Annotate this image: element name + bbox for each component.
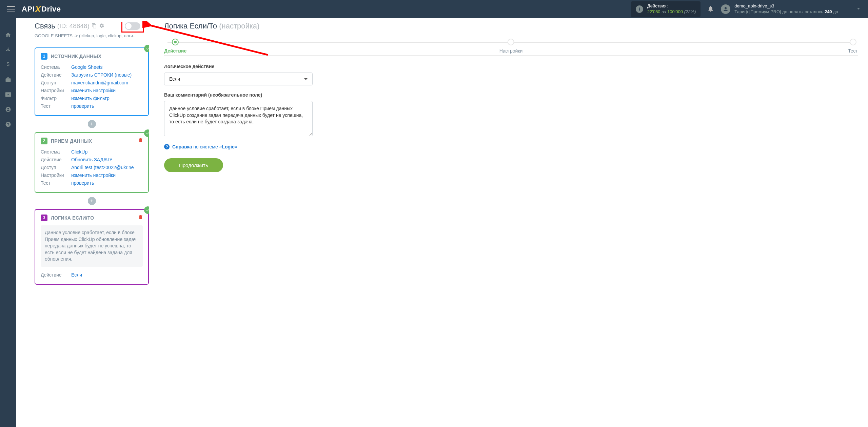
card-title: ЛОГИКА ЕСЛИ/ТО [51, 215, 94, 221]
help-icon: ? [164, 144, 170, 149]
step-action[interactable]: Действие [164, 39, 186, 54]
copy-icon[interactable] [92, 23, 97, 29]
tariff-days: 249 [825, 9, 832, 14]
card-source[interactable]: 1 ИСТОЧНИК ДАННЫХ СистемаGoogle Sheets Д… [35, 47, 149, 116]
tariff-suffix: дн [833, 9, 838, 14]
highlight-box [121, 22, 144, 33]
username: demo_apix-drive_s3 [734, 3, 838, 9]
tariff-prefix: Тариф |Премиум PRO| до оплаты осталось [734, 9, 823, 14]
actions-iz: из [662, 9, 666, 14]
card-title: ПРИЕМ ДАННЫХ [51, 138, 92, 144]
dest-access[interactable]: Andrii test (test20022@ukr.ne [71, 164, 134, 171]
source-action[interactable]: Загрузить СТРОКИ (новые) [71, 72, 132, 79]
logic-description: Данное условие сработает, если в блоке П… [41, 225, 143, 267]
stepper: Действие Настройки Тест [164, 39, 858, 56]
chevron-down-icon [856, 6, 861, 13]
comment-textarea[interactable] [164, 101, 313, 136]
dest-test[interactable]: проверить [71, 180, 94, 187]
dest-system[interactable]: ClickUp [71, 148, 87, 156]
dest-action[interactable]: Обновить ЗАДАЧУ [71, 156, 113, 163]
actions-used: 22'050 [647, 9, 660, 14]
notifications-icon[interactable] [707, 5, 714, 13]
info-icon: i [636, 5, 643, 13]
svg-point-2 [6, 50, 7, 51]
sidenav: ? [0, 18, 16, 427]
actions-pct: (22%) [684, 9, 696, 14]
main-title: Логика Если/То [164, 22, 217, 30]
nav-billing[interactable] [0, 58, 16, 71]
card-number: 3 [41, 215, 47, 221]
check-icon [144, 45, 149, 52]
breadcrumb: GOOGLE SHEETS -> (clickup, logic, clicku… [35, 33, 149, 42]
help-link[interactable]: ? Справка по системе «Logic» [164, 144, 858, 149]
check-icon [144, 129, 149, 137]
svg-point-1 [7, 47, 8, 48]
connection-title: Связь [35, 22, 55, 30]
logic-action-label: Логическое действие [164, 64, 313, 69]
card-destination[interactable]: 2 ПРИЕМ ДАННЫХ СистемаClickUp ДействиеОб… [35, 132, 149, 193]
actions-total: 100'000 [667, 9, 683, 14]
logic-action[interactable]: Если [71, 271, 82, 279]
svg-point-4 [7, 50, 8, 51]
source-filter[interactable]: изменить фильтр [71, 95, 110, 102]
nav-home[interactable] [0, 28, 16, 41]
actions-label: Действия: [647, 3, 696, 9]
nav-connections[interactable] [0, 43, 16, 56]
nav-help[interactable]: ? [0, 118, 16, 131]
trash-icon[interactable] [138, 138, 143, 144]
source-test[interactable]: проверить [71, 103, 94, 110]
connection-id: (ID: 48848) [57, 22, 90, 30]
card-logic[interactable]: 3 ЛОГИКА ЕСЛИ/ТО Данное условие сработае… [35, 209, 149, 285]
source-settings[interactable]: изменить настройки [71, 87, 116, 94]
comment-label: Ваш комментарий (необязательное поле) [164, 92, 313, 98]
svg-point-0 [725, 7, 727, 9]
left-panel: Связь (ID: 48848) GOOGLE SHEETS -> (clic… [16, 22, 149, 427]
step-settings[interactable]: Настройки [499, 39, 523, 54]
logo-text-a: API [22, 5, 35, 14]
gear-icon[interactable] [99, 23, 104, 29]
topbar: API X Drive i Действия: 22'050 из 100'00… [0, 0, 868, 18]
nav-account[interactable] [0, 103, 16, 116]
avatar-icon [721, 4, 730, 14]
source-access[interactable]: maverickandrii@gmail.com [71, 79, 128, 86]
continue-button[interactable]: Продолжить [164, 158, 223, 172]
nav-briefcase[interactable] [0, 73, 16, 86]
trash-icon[interactable] [138, 215, 143, 221]
check-icon [144, 206, 149, 214]
card-number: 1 [41, 53, 47, 60]
source-system[interactable]: Google Sheets [71, 64, 103, 71]
card-number: 2 [41, 138, 47, 144]
dest-settings[interactable]: изменить настройки [71, 172, 116, 179]
main-subtitle: (настройка) [219, 22, 259, 30]
menu-toggle[interactable] [7, 6, 15, 12]
step-test[interactable]: Тест [848, 39, 858, 54]
logo-x: X [35, 4, 41, 15]
svg-point-6 [7, 108, 9, 110]
logo[interactable]: API X Drive [22, 4, 61, 15]
add-block-button[interactable]: + [88, 120, 96, 128]
logic-action-select[interactable]: Если [164, 73, 313, 85]
user-menu[interactable]: demo_apix-drive_s3 Тариф |Премиум PRO| д… [721, 3, 861, 15]
actions-counter[interactable]: i Действия: 22'050 из 100'000 (22%) [631, 1, 701, 17]
nav-video[interactable] [0, 88, 16, 101]
svg-point-3 [9, 50, 10, 51]
svg-text:?: ? [7, 122, 9, 126]
card-title: ИСТОЧНИК ДАННЫХ [51, 54, 101, 59]
right-panel: Логика Если/То (настройка) Действие Наст… [149, 22, 868, 427]
logo-text-b: Drive [41, 5, 61, 14]
add-block-button[interactable]: + [88, 197, 96, 205]
